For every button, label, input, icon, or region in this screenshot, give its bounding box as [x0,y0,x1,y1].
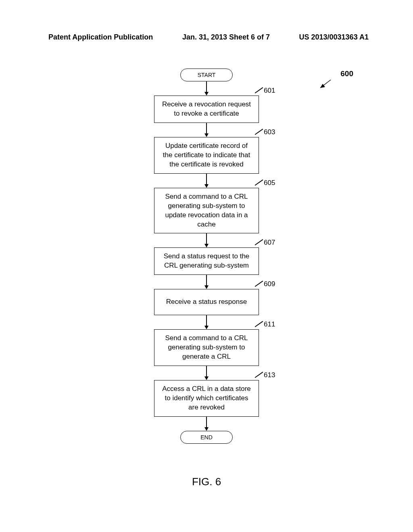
arrow-icon [154,174,259,188]
step-text: Access a CRL in a data store to identify… [162,385,251,411]
refnum-607: 607 [264,239,275,247]
refnum-601: 601 [264,87,275,95]
step-text: Send a command to a CRL generating sub-s… [165,193,248,228]
arrow-icon [154,315,259,329]
header-left: Patent Application Publication [48,33,153,42]
page-header: Patent Application Publication Jan. 31, … [0,33,413,42]
step-text: Receive a status response [166,298,247,305]
refnum-611: 611 [264,320,275,328]
end-label: END [200,434,213,441]
refnum-613: 613 [264,371,275,379]
step-605: Send a command to a CRL generating sub-s… [154,188,259,234]
arrow-icon [154,417,259,431]
start-label: START [198,72,216,78]
step-text: Receive a revocation request to revoke a… [162,100,251,117]
step-text: Send a status request to the CRL generat… [164,252,250,269]
flowchart: START Receive a revocation request to re… [0,69,413,444]
start-terminal: START [180,69,233,81]
refnum-609: 609 [264,280,275,288]
step-text: Update certificate record of the certifi… [163,142,250,168]
figure-label: FIG. 6 [0,476,413,488]
arrow-icon [154,123,259,137]
arrow-icon [154,81,259,96]
end-terminal: END [180,431,233,444]
arrow-icon [154,275,259,289]
step-611: Send a command to a CRL generating sub-s… [154,329,259,366]
step-613: Access a CRL in a data store to identify… [154,380,259,417]
refnum-603: 603 [264,128,275,136]
arrow-icon [154,366,259,380]
step-603: Update certificate record of the certifi… [154,137,259,174]
refnum-605: 605 [264,179,275,187]
step-text: Send a command to a CRL generating sub-s… [165,334,248,360]
header-right: US 2013/0031363 A1 [299,33,369,42]
step-601: Receive a revocation request to revoke a… [154,96,259,123]
arrow-icon [154,233,259,247]
step-609: Receive a status response [154,289,259,315]
header-center: Jan. 31, 2013 Sheet 6 of 7 [182,33,270,42]
step-607: Send a status request to the CRL generat… [154,247,259,275]
